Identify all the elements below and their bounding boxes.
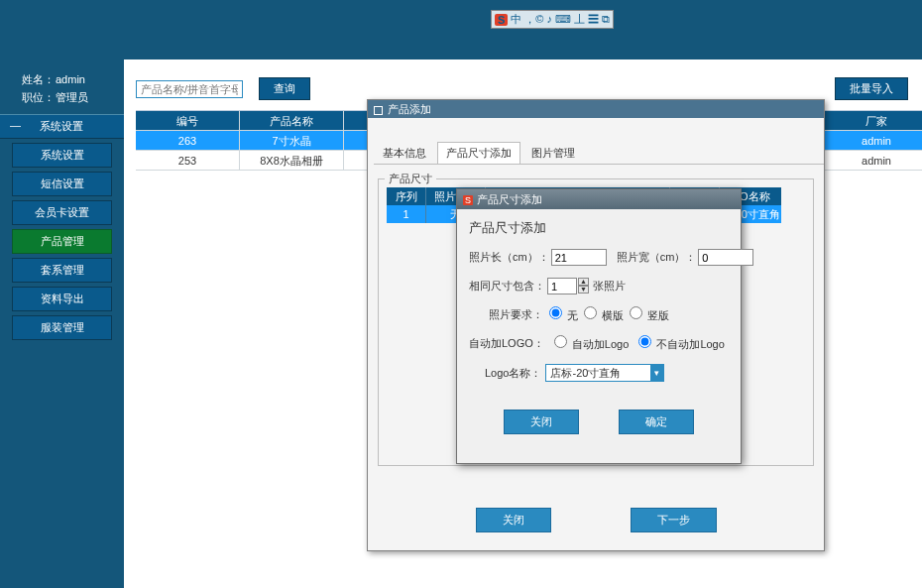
row-logo-name: Logo名称： 店标-20寸直角 ▾ (469, 364, 729, 382)
sidebar: 姓名：admin 职位：管理员 系统设置 系统设置短信设置会员卡设置产品管理套系… (0, 59, 124, 588)
logo-option-0[interactable]: 自动加Logo (548, 338, 630, 350)
spin-down-icon[interactable]: ▼ (578, 286, 589, 294)
logoname-label: Logo名称： (485, 366, 541, 381)
top-bar: S 中 ，© ♪ ⌨ 丄 ☰ ⧉ (0, 0, 922, 59)
logoname-value: 店标-20寸直角 (550, 366, 621, 381)
dialog2-titlebar[interactable]: S产品尺寸添加 (457, 189, 741, 209)
dialog2-ok-button[interactable]: 确定 (619, 410, 694, 434)
role-value: 管理员 (56, 91, 88, 103)
nav-item-1[interactable]: 短信设置 (12, 172, 112, 196)
req-label: 照片要求： (489, 307, 543, 322)
same-suffix: 张照片 (593, 279, 626, 294)
autologo-label: 自动加LOGO： (469, 336, 544, 351)
same-label: 相同尺寸包含： (469, 279, 545, 294)
width-input[interactable] (698, 249, 753, 266)
tab-0[interactable]: 基本信息 (374, 142, 435, 164)
req-option-0[interactable]: 无 (543, 309, 578, 321)
dialog2-heading: 产品尺寸添加 (469, 219, 729, 237)
dialog1-close-button[interactable]: 关闭 (476, 508, 551, 532)
ime-icons[interactable]: ，© ♪ ⌨ 丄 ☰ ⧉ (524, 12, 610, 27)
fieldset-label: 产品尺寸 (385, 172, 436, 186)
row-photo-req: 照片要求： 无 横版 竖版 (469, 306, 729, 323)
col-id: 编号 (136, 111, 240, 130)
username-value: admin (56, 73, 85, 85)
col-vendor: 厂家 (831, 111, 922, 130)
search-bar: 查询 (136, 77, 922, 100)
dialog2-close-button[interactable]: 关闭 (504, 410, 579, 434)
username-label: 姓名： (22, 71, 56, 89)
logo-option-1[interactable]: 不自动加Logo (633, 338, 725, 350)
req-option-2[interactable]: 竖版 (624, 309, 669, 321)
nav-item-5[interactable]: 资料导出 (12, 287, 112, 311)
nav-item-4[interactable]: 套系管理 (12, 258, 112, 283)
search-input[interactable] (136, 80, 243, 98)
nav-section-head[interactable]: 系统设置 (0, 114, 124, 139)
role-label: 职位： (22, 89, 56, 107)
ime-lang[interactable]: 中 (511, 12, 521, 27)
col-name: 产品名称 (240, 111, 344, 130)
dialog1-footer: 关闭 下一步 (368, 508, 824, 532)
ime-logo-icon: S (495, 14, 508, 26)
row-auto-logo: 自动加LOGO： 自动加Logo 不自动加Logo (469, 335, 729, 352)
dialog2-icon: S (463, 195, 473, 205)
tab-1[interactable]: 产品尺寸添加 (437, 142, 520, 164)
nav-item-0[interactable]: 系统设置 (12, 143, 112, 168)
length-input[interactable] (551, 249, 607, 266)
spin-up-icon[interactable]: ▲ (578, 278, 589, 286)
dialog2-footer: 关闭 确定 (469, 410, 729, 434)
dialog1-icon (374, 106, 383, 115)
logoname-combo[interactable]: 店标-20寸直角 ▾ (545, 364, 664, 382)
req-option-1[interactable]: 横版 (578, 309, 624, 321)
user-info: 姓名：admin 职位：管理员 (0, 59, 124, 114)
row-length-width: 照片长（cm）： 照片宽（cm）： (469, 249, 729, 266)
length-label: 照片长（cm）： (469, 250, 549, 265)
ime-toolbar[interactable]: S 中 ，© ♪ ⌨ 丄 ☰ ⧉ (491, 10, 614, 29)
batch-import-button[interactable]: 批量导入 (835, 77, 908, 100)
dialog1-titlebar[interactable]: 产品添加 (368, 100, 824, 118)
dialog1-next-button[interactable]: 下一步 (631, 508, 717, 532)
search-button[interactable]: 查询 (259, 77, 310, 100)
same-count-input[interactable] (547, 278, 577, 294)
width-label: 照片宽（cm）： (617, 250, 697, 265)
size-add-dialog: S产品尺寸添加 产品尺寸添加 照片长（cm）： 照片宽（cm）： 相同尺寸包含：… (456, 188, 742, 464)
tab-2[interactable]: 图片管理 (522, 142, 584, 164)
nav-list: 系统设置短信设置会员卡设置产品管理套系管理资料导出服装管理 (0, 143, 124, 340)
dialog1-tabs: 基本信息产品尺寸添加图片管理 (374, 142, 824, 165)
nav-item-2[interactable]: 会员卡设置 (12, 200, 112, 225)
row-same-count: 相同尺寸包含： ▲▼ 张照片 (469, 278, 729, 294)
chevron-down-icon[interactable]: ▾ (650, 365, 663, 381)
nav-item-6[interactable]: 服装管理 (12, 315, 112, 340)
nav-item-3[interactable]: 产品管理 (12, 229, 112, 254)
